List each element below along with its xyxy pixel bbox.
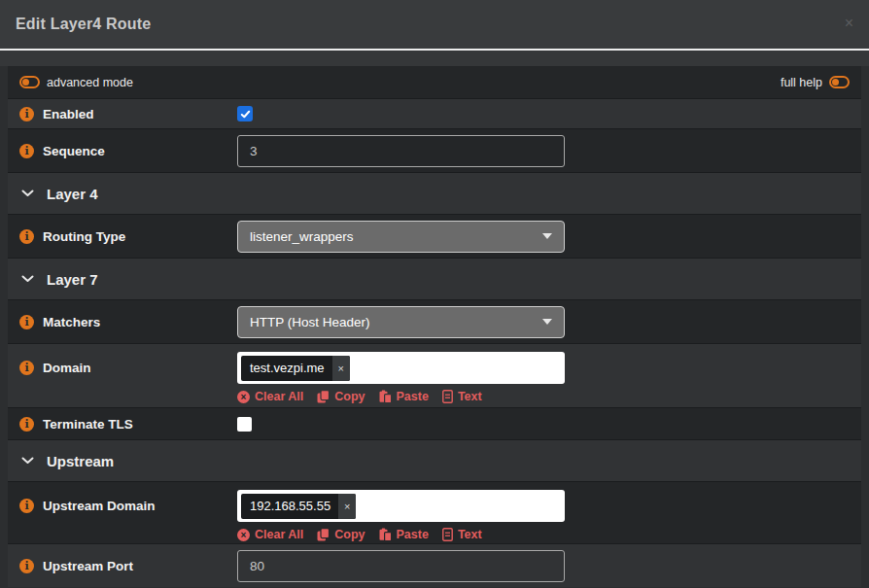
advanced-mode-toggle-group[interactable]: advanced mode [19, 76, 133, 89]
sequence-label: Sequence [43, 144, 105, 158]
paste-icon [379, 390, 392, 403]
section-upstream[interactable]: Upstream [8, 439, 861, 481]
enabled-label: Enabled [43, 107, 94, 121]
chevron-down-icon [542, 319, 552, 325]
routing-type-label: Routing Type [43, 229, 125, 244]
chevron-down-icon [542, 233, 552, 239]
info-icon[interactable]: i [19, 417, 34, 432]
info-icon[interactable]: i [19, 361, 34, 375]
paste-label: Paste [397, 528, 429, 541]
matchers-row: i Matchers HTTP (Host Header) [8, 299, 861, 343]
copy-icon [317, 390, 330, 403]
domain-tag: test.vezpi.me × [241, 356, 350, 381]
upstream-domain-tag-text: 192.168.55.55 [250, 499, 330, 513]
chevron-down-icon[interactable] [21, 190, 34, 197]
section-layer7[interactable]: Layer 7 [8, 258, 861, 299]
clear-all-label: Clear All [255, 390, 303, 403]
section-layer4[interactable]: Layer 4 [8, 172, 861, 214]
domain-tag-text: test.vezpi.me [250, 361, 325, 375]
paste-button[interactable]: Paste [379, 528, 429, 541]
advanced-mode-label: advanced mode [47, 76, 133, 89]
upstream-port-input[interactable] [237, 550, 565, 582]
close-icon[interactable]: × [845, 16, 853, 31]
file-text-icon [442, 390, 453, 403]
matchers-select[interactable]: HTTP (Host Header) [237, 306, 565, 338]
clear-all-icon: × [237, 529, 250, 541]
info-icon[interactable]: i [19, 499, 34, 513]
clear-all-label: Clear All [255, 528, 303, 541]
domain-row: i Domain test.vezpi.me × × Clear All [8, 343, 861, 407]
routing-type-row: i Routing Type listener_wrappers [8, 214, 861, 258]
info-icon[interactable]: i [19, 107, 34, 121]
full-help-toggle-group[interactable]: full help [781, 76, 850, 89]
remove-tag-icon[interactable]: × [338, 494, 356, 519]
paste-icon [379, 528, 392, 541]
remove-tag-icon[interactable]: × [332, 356, 350, 381]
check-icon [240, 109, 251, 120]
modal-title: Edit Layer4 Route [16, 16, 151, 33]
text-button[interactable]: Text [442, 528, 482, 541]
modal-header: Edit Layer4 Route × [0, 0, 869, 51]
terminate-tls-row: i Terminate TLS [8, 407, 861, 439]
section-upstream-title: Upstream [47, 453, 114, 469]
paste-button[interactable]: Paste [379, 390, 429, 403]
copy-label: Copy [334, 528, 365, 541]
text-label: Text [458, 390, 482, 403]
copy-icon [317, 528, 330, 541]
clear-all-icon: × [237, 391, 250, 403]
upstream-domain-tag-input[interactable]: 192.168.55.55 × [237, 490, 565, 522]
routing-type-selected-value: listener_wrappers [250, 229, 354, 244]
sequence-row: i Sequence [8, 128, 861, 172]
upstream-domain-row: i Upstream Domain 192.168.55.55 × × Clea… [8, 481, 861, 543]
domain-label: Domain [43, 361, 91, 375]
chevron-down-icon[interactable] [21, 457, 34, 465]
paste-label: Paste [397, 390, 429, 403]
routing-type-select[interactable]: listener_wrappers [237, 221, 565, 253]
full-help-toggle-icon[interactable] [829, 76, 850, 88]
file-text-icon [442, 528, 453, 541]
matchers-selected-value: HTTP (Host Header) [250, 315, 370, 329]
upstream-port-label: Upstream Port [43, 559, 133, 573]
copy-button[interactable]: Copy [317, 390, 365, 403]
info-icon[interactable]: i [19, 559, 34, 573]
chevron-down-icon[interactable] [21, 275, 34, 283]
advanced-mode-toggle-icon[interactable] [19, 76, 40, 88]
clear-all-button[interactable]: × Clear All [237, 528, 303, 541]
terminate-tls-checkbox[interactable] [237, 417, 252, 432]
upstream-domain-tag: 192.168.55.55 × [241, 494, 356, 519]
copy-label: Copy [334, 390, 365, 403]
matchers-label: Matchers [43, 315, 100, 329]
domain-field-group: test.vezpi.me × × Clear All Copy [237, 352, 565, 403]
text-label: Text [458, 528, 482, 541]
info-icon[interactable]: i [19, 229, 34, 244]
upstream-domain-field-group: 192.168.55.55 × × Clear All Copy [237, 490, 565, 541]
full-help-label: full help [781, 76, 822, 89]
modal-body-spacer [0, 51, 869, 66]
upstream-domain-label: Upstream Domain [43, 499, 156, 513]
sequence-input[interactable] [237, 135, 565, 167]
enabled-checkbox[interactable] [237, 106, 253, 121]
info-icon[interactable]: i [19, 144, 34, 158]
upstream-domain-tag-actions: × Clear All Copy Paste [237, 528, 565, 541]
section-layer4-title: Layer 4 [47, 186, 98, 202]
upstream-port-row: i Upstream Port [8, 543, 861, 587]
text-button[interactable]: Text [442, 390, 482, 403]
clear-all-button[interactable]: × Clear All [237, 390, 303, 403]
domain-tag-input[interactable]: test.vezpi.me × [237, 352, 565, 384]
enabled-row: i Enabled [8, 98, 861, 128]
copy-button[interactable]: Copy [317, 528, 365, 541]
section-layer7-title: Layer 7 [47, 271, 98, 288]
info-icon[interactable]: i [19, 315, 34, 329]
edit-route-form: advanced mode full help i Enabled i Sequ… [8, 66, 861, 587]
help-toolbar-row: advanced mode full help [8, 66, 861, 98]
domain-tag-actions: × Clear All Copy Paste [237, 390, 565, 403]
terminate-tls-label: Terminate TLS [43, 417, 133, 432]
